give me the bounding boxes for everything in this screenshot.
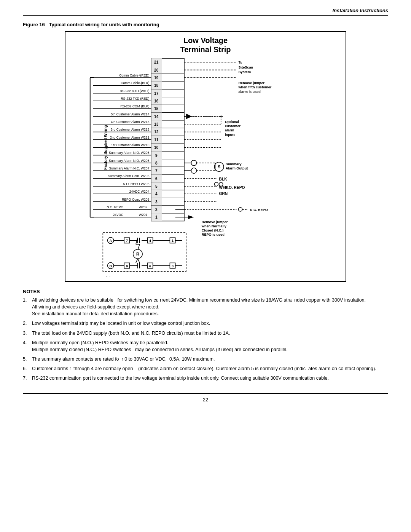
svg-text:19: 19 <box>154 76 159 80</box>
svg-text:1: 1 <box>155 215 158 219</box>
diagram-title: Low Voltage Terminal Strip <box>69 36 342 54</box>
svg-text:Alarm Output: Alarm Output <box>226 166 248 170</box>
figure-label: Figure 16 <box>23 22 45 27</box>
svg-text:17: 17 <box>154 91 159 96</box>
wiring-diagram: 21 20 19 18 17 16 15 <box>69 56 342 277</box>
svg-text:alarm is used: alarm is used <box>238 90 260 94</box>
svg-text:12: 12 <box>154 130 159 134</box>
svg-text:9: 9 <box>155 153 158 158</box>
page-number: 22 <box>203 397 208 403</box>
svg-text:GRN: GRN <box>219 192 228 196</box>
svg-text:15: 15 <box>154 107 159 111</box>
svg-text:RS-232 RXD (WHT): RS-232 RXD (WHT) <box>120 89 150 93</box>
svg-text:Summary Alarm N.C. W207: Summary Alarm N.C. W207 <box>109 166 150 170</box>
note-text-5: The summary alarm contacts are rated fo … <box>32 356 388 363</box>
svg-text:9: 9 <box>126 264 128 268</box>
note-num-2: 2. <box>23 320 30 327</box>
note-text-7: RS-232 communication port is connected t… <box>32 375 388 382</box>
list-item: 3. The total load on the 24VDC supply (b… <box>23 330 388 337</box>
svg-marker-159 <box>188 215 194 219</box>
svg-point-131 <box>191 168 196 173</box>
note-num-5: 5. <box>23 356 30 363</box>
svg-text:7: 7 <box>155 169 158 173</box>
note-num-1: 1. <box>23 297 30 317</box>
svg-text:Comm Cable-(BLK): Comm Cable-(BLK) <box>121 81 149 85</box>
svg-text:6: 6 <box>155 177 158 181</box>
svg-text:3rd Customer Alarm W212: 3rd Customer Alarm W212 <box>111 128 150 131</box>
svg-text:customer: customer <box>225 124 241 128</box>
svg-text:21: 21 <box>154 60 159 64</box>
svg-text:Optional: Optional <box>225 120 239 124</box>
svg-text:R: R <box>136 252 139 256</box>
footer: 22 <box>23 393 388 403</box>
figure-title: Figure 16 Typical control wiring for uni… <box>23 22 388 27</box>
note-num-3: 3. <box>23 330 30 337</box>
note-num-7: 7. <box>23 375 30 382</box>
svg-text:Remove jumper: Remove jumper <box>238 81 264 85</box>
svg-text:Factory-Supplied Wiring: Factory-Supplied Wiring <box>104 125 108 169</box>
svg-text:SiteScan: SiteScan <box>238 66 253 69</box>
note-num-6: 6. <box>23 365 30 372</box>
svg-text:when fifth customer: when fifth customer <box>238 85 271 89</box>
svg-text:Summary Alarm Com. W206: Summary Alarm Com. W206 <box>108 174 149 178</box>
svg-text:Closed (N.C.): Closed (N.C.) <box>202 228 223 232</box>
svg-text:B: B <box>109 264 112 268</box>
svg-text:RS-232 TXD (RED): RS-232 TXD (RED) <box>121 97 149 101</box>
notes-list: 1. All switching devices are to be suita… <box>23 297 388 382</box>
svg-point-130 <box>191 160 196 166</box>
svg-text:2: 2 <box>155 208 158 212</box>
svg-text:16: 16 <box>154 99 159 103</box>
figure-description: Typical control wiring for units with mo… <box>49 22 159 27</box>
svg-text:1st Customer Alarm W210: 1st Customer Alarm W210 <box>111 143 150 147</box>
svg-text:1: 1 <box>172 239 174 243</box>
svg-text:13: 13 <box>154 122 159 126</box>
svg-text:N.C. REPO: N.C. REPO <box>250 208 268 212</box>
svg-text:Building: Building <box>102 276 114 277</box>
note-text-1: All switching devices are to be suitable… <box>32 297 388 317</box>
svg-text:18: 18 <box>154 83 159 88</box>
svg-text:RS-232 COM (BLK): RS-232 COM (BLK) <box>120 104 149 108</box>
diagram-container: Low Voltage Terminal Strip 21 20 <box>65 31 346 282</box>
page-header: Installation Instructions <box>23 8 388 16</box>
svg-text:W201: W201 <box>139 213 148 217</box>
note-num-4: 4. <box>23 339 30 353</box>
svg-text:11: 11 <box>154 138 159 142</box>
list-item: 7. RS-232 communication port is connecte… <box>23 375 388 382</box>
list-item: 1. All switching devices are to be suita… <box>23 297 388 317</box>
svg-text:20: 20 <box>154 68 159 72</box>
svg-text:N.C. REPO: N.C. REPO <box>107 205 123 209</box>
svg-text:24VDC W204: 24VDC W204 <box>129 190 150 193</box>
svg-point-155 <box>238 208 242 211</box>
svg-text:W202: W202 <box>139 205 148 209</box>
note-text-3: The total load on the 24VDC supply (both… <box>32 330 388 337</box>
svg-text:3: 3 <box>172 264 174 268</box>
diagram-title-line1: Low Voltage <box>69 36 342 45</box>
svg-text:REPO is used: REPO is used <box>202 233 225 236</box>
svg-text:4th Customer Alarm W213: 4th Customer Alarm W213 <box>111 120 149 124</box>
svg-text:System: System <box>238 70 251 74</box>
note-text-6: Customer alarms 1 through 4 are normally… <box>32 365 388 372</box>
svg-text:3: 3 <box>155 200 158 204</box>
svg-text:10: 10 <box>154 145 159 150</box>
list-item: 4. Multiple normally open (N.O.) REPO sw… <box>23 339 388 353</box>
svg-text:Summary Alarm N.O. W208: Summary Alarm N.O. W208 <box>109 159 150 163</box>
svg-point-149 <box>214 182 218 186</box>
diagram-title-line2: Terminal Strip <box>69 45 342 54</box>
notes-title: NOTES <box>23 289 388 294</box>
list-item: 2. Low voltages terminal strip may be lo… <box>23 320 388 327</box>
svg-text:6: 6 <box>149 264 151 268</box>
svg-text:BLK: BLK <box>219 177 228 181</box>
svg-text:A: A <box>109 239 112 243</box>
svg-text:N.O. REPO: N.O. REPO <box>225 185 245 190</box>
note-text-2: Low voltages terminal strip may be locat… <box>32 320 388 327</box>
svg-text:Summary: Summary <box>226 162 242 166</box>
svg-text:5th Customer Alarm W214: 5th Customer Alarm W214 <box>111 112 149 116</box>
svg-text:Summary Alarm N.O. W208: Summary Alarm N.O. W208 <box>109 151 150 155</box>
header-title: Installation Instructions <box>332 8 388 13</box>
svg-text:when Normally: when Normally <box>201 224 227 228</box>
svg-text:Remove jumper: Remove jumper <box>202 220 228 224</box>
list-item: 5. The summary alarm contacts are rated … <box>23 356 388 363</box>
svg-text:To: To <box>238 61 242 64</box>
svg-text:REPO Com. W203: REPO Com. W203 <box>122 198 150 201</box>
notes-section: NOTES 1. All switching devices are to be… <box>23 289 388 382</box>
